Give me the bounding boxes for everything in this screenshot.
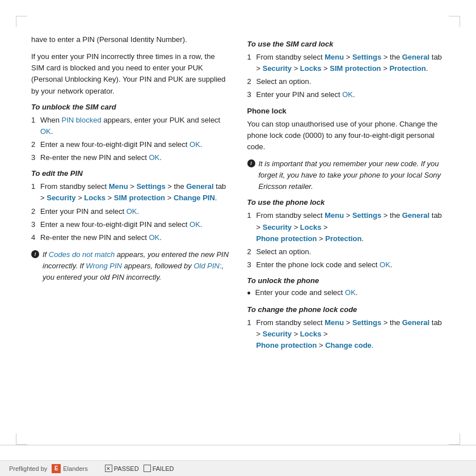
- pin-blocked-link[interactable]: PIN blocked: [62, 116, 102, 124]
- failed-badge: FAILED: [144, 465, 174, 472]
- preflighted-bar: Preflighted by E Elanders ✕ PASSED FAILE…: [0, 460, 476, 476]
- step-text: Enter a new four-to-eight-digit PIN and …: [40, 139, 202, 150]
- change-code-link[interactable]: Change code: [325, 341, 372, 349]
- step-text: From standby select Menu > Settings > th…: [40, 181, 229, 204]
- menu-link[interactable]: Menu: [325, 211, 344, 220]
- menu-link[interactable]: Menu: [325, 53, 344, 61]
- step-num: 1: [247, 317, 256, 328]
- menu-link[interactable]: Menu: [325, 318, 344, 327]
- step-num: 2: [31, 139, 40, 150]
- step-editpin-3: 3 Enter a new four-to-eight-digit PIN an…: [31, 219, 229, 230]
- protection-link[interactable]: Protection: [325, 234, 361, 243]
- bullet-dot: •: [247, 288, 251, 300]
- step-unblock-1: 1 When PIN blocked appears, enter your P…: [31, 115, 229, 137]
- note-icon: [31, 250, 39, 258]
- step-num: 1: [31, 115, 40, 126]
- step-editpin-4: 4 Re-enter the new PIN and select OK.: [31, 232, 229, 243]
- locks-link[interactable]: Locks: [300, 223, 322, 231]
- section-simlock-steps: 1 From standby select Menu > Settings > …: [247, 52, 445, 101]
- step-simlock-1: 1 From standby select Menu > Settings > …: [247, 52, 445, 74]
- note-icon: [247, 159, 255, 167]
- phone-protection-link[interactable]: Phone protection: [256, 234, 317, 243]
- step-changelock-1: 1 From standby select Menu > Settings > …: [247, 317, 445, 351]
- intro-para1: have to enter a PIN (Personal Identity N…: [31, 34, 229, 45]
- step-simlock-3: 3 Enter your PIN and select OK.: [247, 89, 445, 100]
- settings-link[interactable]: Settings: [352, 53, 381, 61]
- step-num: 3: [247, 89, 256, 100]
- general-link[interactable]: General: [402, 318, 429, 327]
- ok-link[interactable]: OK: [345, 288, 356, 297]
- general-link[interactable]: General: [402, 211, 429, 220]
- ok-link[interactable]: OK: [127, 207, 137, 216]
- step-usephone-2: 2 Select an option.: [247, 246, 445, 258]
- step-num: 2: [247, 246, 256, 258]
- failed-checkbox: [144, 465, 151, 472]
- phone-lock-heading: Phone lock: [247, 107, 445, 115]
- general-link[interactable]: General: [186, 182, 213, 191]
- corner-mark-br: [449, 433, 460, 445]
- corner-mark-tl: [16, 16, 27, 27]
- step-text: Re-enter the new PIN and select OK.: [40, 152, 162, 163]
- menu-link[interactable]: Menu: [109, 182, 128, 191]
- step-usephone-3: 3 Enter the phone lock code and select O…: [247, 259, 445, 271]
- oldpin-link[interactable]: Old PIN:: [193, 262, 221, 270]
- step-text: Enter a new four-to-eight-digit PIN and …: [40, 219, 202, 230]
- corner-mark-tr: [449, 16, 460, 27]
- security-link[interactable]: Security: [263, 64, 292, 73]
- step-unblock-3: 3 Re-enter the new PIN and select OK.: [31, 152, 229, 163]
- note-phonelock: It is important that you remember your n…: [247, 158, 445, 192]
- section-unblock-title: To unblock the SIM card: [31, 103, 229, 111]
- ok-link[interactable]: OK: [380, 260, 390, 269]
- security-link[interactable]: Security: [263, 330, 292, 338]
- settings-link[interactable]: Settings: [136, 182, 165, 191]
- sim-protection-link[interactable]: SIM protection: [330, 64, 381, 73]
- general-link[interactable]: General: [402, 53, 429, 61]
- section-editpin-steps: 1 From standby select Menu > Settings > …: [31, 181, 229, 243]
- note-codes: If Codes do not match appears, you enter…: [31, 249, 229, 283]
- content-area: have to enter a PIN (Personal Identity N…: [31, 28, 445, 436]
- sim-protection-link[interactable]: SIM protection: [114, 193, 165, 202]
- change-pin-link[interactable]: Change PIN: [174, 193, 215, 202]
- wrongpin-link[interactable]: Wrong PIN: [86, 262, 122, 270]
- locks-link[interactable]: Locks: [84, 193, 106, 202]
- settings-link[interactable]: Settings: [352, 318, 381, 327]
- elanders-e-icon: E: [52, 464, 61, 473]
- section-unblock-steps: 1 When PIN blocked appears, enter your P…: [31, 115, 229, 164]
- note-text: If Codes do not match appears, you enter…: [43, 249, 229, 283]
- bullet-unlock: • Enter your code and select OK.: [247, 288, 445, 300]
- page: have to enter a PIN (Personal Identity N…: [0, 0, 476, 476]
- section-usephone-title: To use the phone lock: [247, 198, 445, 207]
- step-text: When PIN blocked appears, enter your PUK…: [40, 115, 229, 137]
- step-text: From standby select Menu > Settings > th…: [256, 317, 445, 351]
- step-text: From standby select Menu > Settings > th…: [256, 52, 445, 74]
- ok-link[interactable]: OK: [189, 140, 200, 149]
- failed-label: FAILED: [153, 465, 174, 472]
- ok-link[interactable]: OK: [189, 220, 200, 229]
- locks-link[interactable]: Locks: [300, 64, 322, 73]
- step-text: Enter your PIN and select OK.: [40, 206, 139, 217]
- left-column: have to enter a PIN (Personal Identity N…: [31, 28, 229, 436]
- ok-link[interactable]: OK: [40, 127, 51, 136]
- step-text: Select an option.: [256, 76, 311, 87]
- step-simlock-2: 2 Select an option.: [247, 76, 445, 87]
- security-link[interactable]: Security: [47, 193, 75, 202]
- ok-link[interactable]: OK: [149, 233, 160, 242]
- ok-link[interactable]: OK: [149, 153, 160, 162]
- section-editpin-title: To edit the PIN: [31, 169, 229, 178]
- phone-protection-link[interactable]: Phone protection: [256, 341, 317, 349]
- ok-link[interactable]: OK: [342, 90, 353, 99]
- note-text: It is important that you remember your n…: [259, 158, 445, 192]
- security-link[interactable]: Security: [263, 223, 292, 231]
- step-text: From standby select Menu > Settings > th…: [256, 210, 445, 244]
- settings-link[interactable]: Settings: [352, 211, 381, 220]
- section-usephone-steps: 1 From standby select Menu > Settings > …: [247, 210, 445, 271]
- locks-link[interactable]: Locks: [300, 330, 322, 338]
- section-changelock-steps: 1 From standby select Menu > Settings > …: [247, 317, 445, 351]
- bullet-text: Enter your code and select OK.: [255, 288, 358, 297]
- protection-link[interactable]: Protection: [389, 64, 426, 73]
- codes-link[interactable]: Codes do not match: [49, 250, 115, 259]
- step-num: 3: [247, 259, 256, 271]
- step-editpin-1: 1 From standby select Menu > Settings > …: [31, 181, 229, 204]
- elanders-brand: Elanders: [63, 465, 87, 472]
- step-num: 4: [31, 232, 40, 243]
